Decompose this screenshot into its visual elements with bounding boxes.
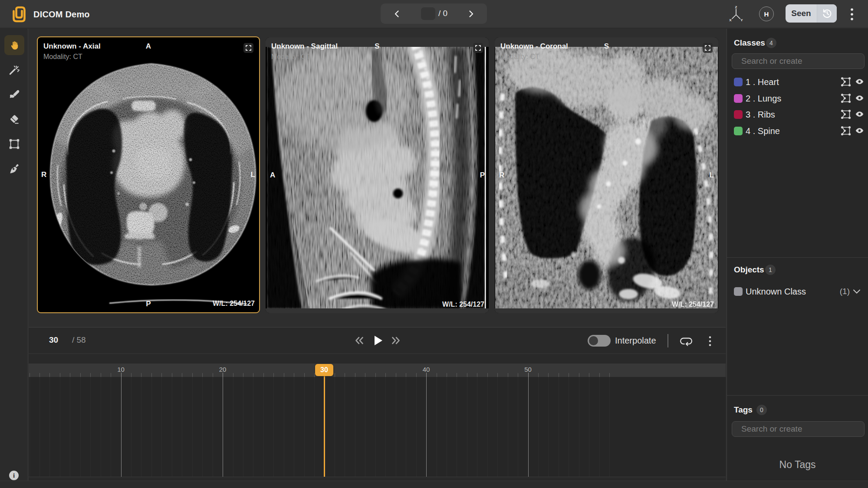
svg-text:X: X <box>729 18 732 22</box>
svg-text:Y: Y <box>740 18 743 22</box>
svg-text:Z: Z <box>735 6 737 9</box>
